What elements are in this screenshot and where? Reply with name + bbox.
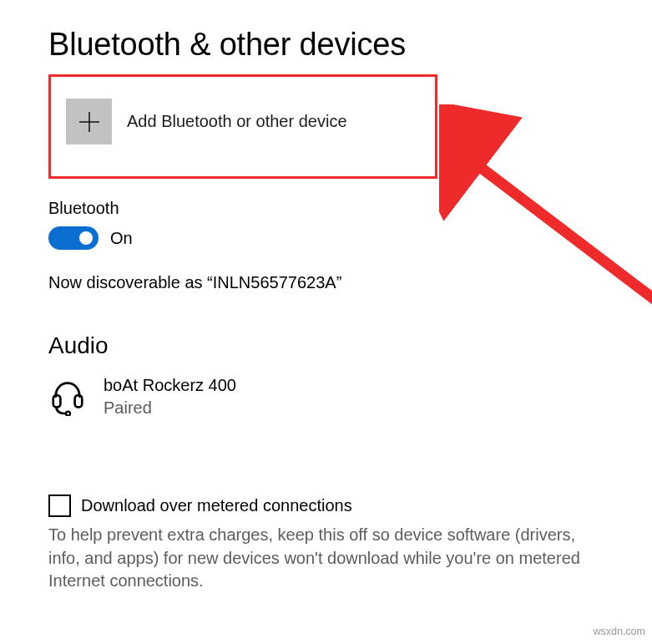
add-device-button[interactable]: Add Bluetooth or other device bbox=[48, 74, 437, 179]
audio-device-item[interactable]: boAt Rockerz 400 Paired bbox=[48, 371, 604, 423]
bluetooth-label: Bluetooth bbox=[48, 199, 604, 218]
toggle-knob bbox=[79, 231, 93, 245]
svg-rect-4 bbox=[53, 395, 61, 407]
watermark: wsxdn.com bbox=[593, 626, 645, 637]
bluetooth-toggle-state: On bbox=[110, 229, 133, 248]
svg-rect-5 bbox=[75, 395, 83, 407]
plus-icon bbox=[66, 99, 112, 145]
bluetooth-toggle[interactable] bbox=[48, 226, 99, 250]
audio-heading: Audio bbox=[48, 332, 604, 359]
add-device-label: Add Bluetooth or other device bbox=[127, 112, 347, 131]
metered-checkbox-label: Download over metered connections bbox=[81, 496, 352, 515]
svg-point-6 bbox=[66, 412, 70, 416]
metered-description: To help prevent extra charges, keep this… bbox=[48, 524, 583, 593]
bluetooth-discoverable-text: Now discoverable as “INLN56577623A” bbox=[48, 273, 604, 292]
page-title: Bluetooth & other devices bbox=[48, 27, 604, 63]
metered-checkbox[interactable] bbox=[48, 494, 71, 517]
headset-icon bbox=[48, 378, 87, 416]
device-name: boAt Rockerz 400 bbox=[104, 374, 236, 397]
device-status: Paired bbox=[104, 397, 236, 419]
